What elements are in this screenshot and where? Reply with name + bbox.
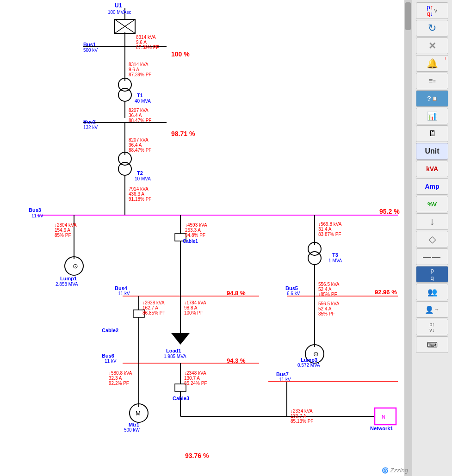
svg-text:↓85% PF: ↓85% PF: [318, 292, 337, 297]
svg-text:T3: T3: [332, 252, 338, 258]
svg-text:500 kW: 500 kW: [124, 427, 140, 433]
svg-text:Cable3: Cable3: [173, 396, 189, 401]
svg-text:83.87% PF: 83.87% PF: [318, 232, 341, 237]
svg-text:36.4 A: 36.4 A: [129, 142, 142, 148]
svg-text:9.6 A: 9.6 A: [136, 40, 147, 45]
svg-text:92.96 %: 92.96 %: [375, 289, 397, 296]
svg-text:36.4 A: 36.4 A: [129, 113, 142, 118]
help-report-button[interactable]: ? 📋: [416, 90, 448, 107]
svg-text:31.4 A: 31.4 A: [318, 227, 332, 232]
svg-text:85.24% PF: 85.24% PF: [184, 381, 207, 386]
svg-text:154.6 A: 154.6 A: [55, 228, 70, 233]
svg-text:Network1: Network1: [370, 426, 393, 431]
graph-button[interactable]: 📊: [416, 108, 448, 124]
svg-text:556.5 kVA: 556.5 kVA: [318, 301, 340, 306]
svg-text:92.2% PF: 92.2% PF: [109, 381, 129, 386]
svg-text:85% PF: 85% PF: [318, 311, 335, 316]
svg-text:85% PF: 85% PF: [55, 233, 71, 238]
svg-text:130.7 A: 130.7 A: [184, 376, 200, 381]
svg-text:500 kV: 500 kV: [83, 48, 98, 53]
pq-arrows-button[interactable]: p↑ q↓ V: [416, 2, 448, 19]
svg-rect-0: [0, 0, 412, 476]
svg-text:100% PF: 100% PF: [184, 310, 203, 315]
person-arrow-button[interactable]: 👤 →: [416, 301, 448, 318]
svg-text:87.39% PF: 87.39% PF: [129, 72, 151, 77]
network-diagram: ⊙ ⊙: [0, 0, 412, 476]
svg-text:Lump3: Lump3: [301, 357, 317, 363]
keyboard-button[interactable]: ⌨: [416, 336, 448, 353]
amp-button[interactable]: Amp: [416, 178, 448, 195]
pq-load-button[interactable]: pq: [416, 266, 448, 283]
brand-label: 🌀 Zzzing: [382, 467, 408, 474]
svg-text:Load1: Load1: [166, 348, 181, 353]
svg-text:132 kV: 132 kV: [83, 125, 98, 130]
svg-text:Mtr1: Mtr1: [129, 422, 139, 427]
svg-text:Bus5: Bus5: [285, 285, 298, 291]
svg-text:↓2804 kVA: ↓2804 kVA: [55, 223, 77, 228]
pv-button[interactable]: %V: [416, 196, 448, 212]
svg-text:8314 kVA: 8314 kVA: [129, 62, 149, 67]
kva-label: kVA: [426, 165, 438, 173]
svg-text:7914 kVA: 7914 kVA: [129, 186, 149, 192]
alert-button[interactable]: 🔔 !: [416, 55, 448, 72]
report-button[interactable]: ≡ ≡: [416, 73, 448, 89]
svg-text:130.7 A: 130.7 A: [291, 414, 306, 419]
svg-text:11 kV: 11 kV: [31, 213, 43, 218]
svg-text:↓2334 kVA: ↓2334 kVA: [291, 408, 313, 414]
svg-text:↓4593 kVA: ↓4593 kVA: [185, 223, 207, 228]
people-button[interactable]: 👥: [416, 284, 448, 300]
svg-text:↓1784 kVA: ↓1784 kVA: [184, 300, 206, 305]
arrow-down-button[interactable]: ↓: [416, 213, 448, 230]
right-toolbar: p↑ q↓ V ↻ ✕ 🔔 ! ≡ ≡ ? 📋 📊 🖥 Unit: [412, 0, 452, 476]
pv-label: %V: [427, 201, 437, 208]
unit-button[interactable]: Unit: [416, 143, 448, 160]
svg-text:T1: T1: [137, 93, 143, 98]
svg-text:↓2348 kVA: ↓2348 kVA: [184, 371, 206, 376]
svg-text:100 %: 100 %: [171, 50, 190, 58]
svg-text:1.985 MVA: 1.985 MVA: [164, 354, 186, 359]
svg-text:162.7 A: 162.7 A: [142, 305, 158, 310]
svg-text:↓569.8 kVA: ↓569.8 kVA: [318, 222, 342, 227]
svg-text:94.3 %: 94.3 %: [227, 357, 246, 364]
svg-text:94.8 %: 94.8 %: [227, 290, 246, 297]
svg-text:Bus4: Bus4: [115, 285, 128, 291]
svg-text:98.71 %: 98.71 %: [171, 130, 195, 137]
svg-text:⊙: ⊙: [313, 350, 319, 358]
svg-text:T2: T2: [137, 170, 143, 176]
svg-text:11 kV: 11 kV: [279, 377, 291, 382]
svg-text:91.18% PF: 91.18% PF: [129, 197, 151, 202]
svg-text:6.6 kV: 6.6 kV: [287, 291, 300, 296]
svg-text:⊙: ⊙: [73, 262, 78, 270]
svg-text:52.4 A: 52.4 A: [318, 287, 332, 292]
svg-text:94.8% PF: 94.8% PF: [185, 233, 205, 238]
svg-text:10 MVA: 10 MVA: [135, 176, 151, 181]
svg-text:↓580.8 kVA: ↓580.8 kVA: [109, 371, 132, 376]
amp-label: Amp: [425, 183, 439, 190]
line-h-button[interactable]: ——: [416, 248, 448, 265]
kva-button[interactable]: kVA: [416, 161, 448, 177]
close-button[interactable]: ✕: [416, 37, 448, 54]
svg-text:93.76 %: 93.76 %: [185, 452, 209, 459]
vertical-scrollbar[interactable]: [404, 0, 412, 476]
svg-text:2.858 MVA: 2.858 MVA: [56, 282, 78, 287]
pv-arrows-button[interactable]: p↑v↓: [416, 319, 448, 335]
svg-text:98.8 A: 98.8 A: [184, 305, 198, 310]
svg-text:85.13% PF: 85.13% PF: [291, 419, 313, 424]
svg-text:87.39% PF: 87.39% PF: [136, 45, 159, 50]
brand-name: Zzzing: [390, 467, 408, 474]
refresh-button[interactable]: ↻: [416, 20, 448, 37]
unit-label: Unit: [425, 147, 439, 155]
svg-text:Bus3: Bus3: [29, 207, 41, 213]
svg-text:11 kV: 11 kV: [118, 291, 130, 296]
svg-text:Bus1: Bus1: [83, 42, 96, 47]
svg-text:32.3 A: 32.3 A: [109, 376, 122, 381]
scrollbar-thumb[interactable]: [405, 2, 411, 30]
svg-text:Lump1: Lump1: [60, 276, 77, 281]
monitor-button[interactable]: 🖥: [416, 125, 448, 142]
diamond-button[interactable]: ◇: [416, 231, 448, 247]
svg-text:88.47% PF: 88.47% PF: [129, 148, 151, 153]
svg-text:U1: U1: [115, 2, 122, 9]
svg-text:88.47% PF: 88.47% PF: [129, 118, 151, 123]
svg-text:95.2 %: 95.2 %: [379, 208, 400, 215]
svg-text:100 MVAsc: 100 MVAsc: [108, 10, 131, 15]
